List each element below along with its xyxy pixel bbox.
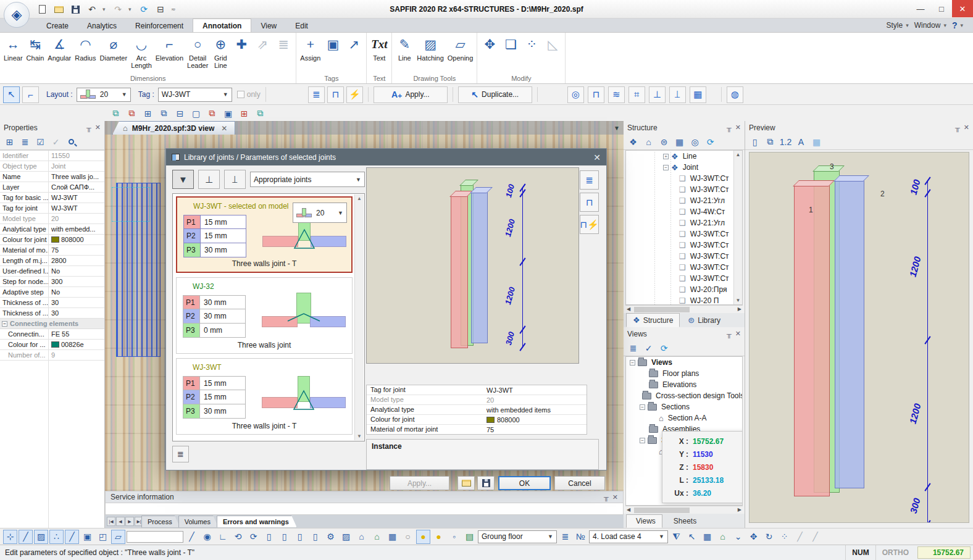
icon-button[interactable]: ▣ [322, 33, 343, 56]
structure-item[interactable]: ❑WJ-3WT:Ст [626, 184, 742, 195]
tab-library[interactable]: ⊜Library [681, 313, 727, 327]
draw-slash-icon[interactable]: ╱ [185, 530, 199, 544]
views-hscrollbar[interactable]: ◀▶ [625, 506, 743, 514]
structure-branch-line[interactable]: +❖Line [626, 151, 742, 162]
apply-button[interactable]: Apply... [390, 476, 449, 490]
apply-check-icon[interactable]: ✓ [49, 135, 63, 149]
move-icon[interactable]: ✥ [746, 530, 761, 544]
tab-errors-and-warnings[interactable]: Errors and warnings [217, 516, 297, 528]
parameter-value[interactable]: 808000 [484, 415, 587, 424]
property-value[interactable]: Joint [49, 161, 104, 171]
views-tree-item-floor-plans[interactable]: Floor plans [626, 368, 742, 379]
icon-button[interactable]: ↗ [343, 33, 364, 56]
solid-view-icon[interactable]: ▯ [748, 135, 762, 149]
highlight-joint-button[interactable]: ◎ [567, 86, 584, 103]
icon-button[interactable]: ⇗ [252, 33, 273, 56]
appropriate-joints-dropdown-icon[interactable]: ▼ [356, 177, 361, 183]
select-annotation-button[interactable]: ↖ [3, 86, 20, 103]
property-value[interactable]: 11550 [49, 151, 104, 161]
refresh-icon[interactable]: ⟳ [657, 341, 671, 355]
ortho-indicator[interactable]: ORTHO [875, 545, 915, 560]
dialog-titlebar[interactable]: Library of joints / Parameters of select… [166, 149, 606, 165]
opening-button[interactable]: ▱Opening [446, 33, 475, 63]
loadcase-select[interactable]: 4. Load case 4 ▼ [589, 530, 668, 543]
more-dd-icon[interactable]: ⌄ [731, 530, 745, 544]
joint-align-button[interactable]: ≣ [580, 170, 599, 190]
box-open-icon[interactable]: ⊞ [237, 106, 251, 120]
parameter-value[interactable]: with embedded items [484, 405, 587, 414]
box-red-icon[interactable]: ⧉ [205, 106, 219, 120]
ruler-icon[interactable]: ⊟ [154, 3, 167, 15]
lamp-small-icon[interactable]: ◦ [447, 530, 461, 544]
dialog-close-icon[interactable]: ✕ [593, 153, 601, 162]
help-icon[interactable]: ? [952, 20, 958, 30]
close-panel-icon[interactable]: ✕ [964, 123, 969, 132]
property-value[interactable]: Three walls jo... [49, 172, 104, 182]
grid-box-icon[interactable]: ⊟ [173, 106, 187, 120]
document-tab-close-icon[interactable]: ✕ [221, 124, 227, 133]
structure-item[interactable]: ❑WJ-3WT:Ст [626, 273, 742, 284]
floor-select[interactable]: Groung floor ▼ [478, 530, 557, 543]
alphabetical-icon[interactable]: ≣ [18, 135, 32, 149]
layout-dropdown-icon[interactable]: ▼ [122, 91, 127, 98]
floor-dropdown-icon[interactable]: ▼ [548, 533, 553, 540]
property-value[interactable]: No [49, 287, 104, 297]
views-tree-item-sections[interactable]: −Sections [626, 401, 742, 412]
joint-card[interactable]: WJ-32P130 mmP230 mmP30 mmThree walls joi… [176, 277, 353, 354]
sync-icon[interactable]: ⟳ [138, 3, 150, 15]
structure-item[interactable]: ❑WJ-20:Пря [626, 284, 742, 295]
text-dims-icon[interactable]: A [794, 135, 808, 149]
tab-sheets[interactable]: Sheets [664, 514, 703, 528]
annotation-options-button[interactable]: ⌐ [22, 86, 39, 103]
snap-line-icon[interactable]: ╱ [19, 530, 33, 544]
floor-lamp-icon[interactable]: ▤ [462, 530, 477, 544]
tab-create[interactable]: Create [37, 19, 78, 32]
expander-icon[interactable]: − [640, 438, 645, 443]
t-joint-button[interactable]: ⊥ [198, 170, 220, 189]
parameter-value[interactable]: WJ-3WT [484, 385, 587, 395]
corner-joint-button[interactable]: ⊓ [588, 86, 604, 103]
mirror1-icon[interactable]: ╱ [793, 530, 807, 544]
style-dropdown-icon[interactable]: ▾ [906, 22, 909, 28]
table-button[interactable]: ▦ [690, 86, 706, 103]
tab-volumes[interactable]: Volumes [178, 516, 219, 528]
views-tree-item-section-a-a[interactable]: ⌂Section A-A [626, 412, 742, 424]
line-button[interactable]: ✎Line [394, 33, 415, 63]
volume3-icon[interactable]: ▯ [293, 530, 307, 544]
add-fragment-icon[interactable]: ▦ [672, 135, 687, 149]
tag-dropdown-icon[interactable]: ▼ [223, 91, 228, 98]
nav-icon-icon[interactable]: |◀ [107, 517, 115, 526]
structure-item[interactable]: ❑WJ-4W:Ст [626, 206, 742, 217]
joint-corner-button[interactable]: ⊓ [327, 86, 344, 103]
filter-funnel-icon[interactable]: ⧨ [669, 530, 683, 544]
property-value[interactable]: 30 [49, 308, 104, 318]
volume2-icon[interactable]: ▯ [277, 530, 291, 544]
only-checkbox[interactable]: only [237, 90, 261, 99]
unlock-box-icon[interactable]: ◰ [96, 530, 110, 544]
xy-plane-icon[interactable]: ⧉ [763, 135, 777, 149]
layout-select[interactable]: 20 ▼ [77, 88, 131, 102]
loadcase-dropdown-icon[interactable]: ▼ [659, 533, 664, 540]
structure-item[interactable]: ❑WJ-21:Угл [626, 217, 742, 228]
structure-branch-joint[interactable]: −❖Joint [626, 162, 742, 173]
move-nodes-icon[interactable]: ⁘ [777, 530, 791, 544]
grid-line-button[interactable]: ⊕Grid Line [210, 33, 231, 70]
apply-tag-button[interactable]: A₊ Apply... [374, 86, 448, 103]
model-type-dropdown-icon[interactable]: ▼ [338, 210, 343, 216]
tab-structure[interactable]: ❖Structure [626, 313, 680, 327]
style-menu[interactable]: Style [886, 21, 903, 30]
volume-gear-icon[interactable]: ⚙ [324, 530, 338, 544]
help-dropdown-icon[interactable]: ▾ [960, 22, 963, 28]
search-icon[interactable] [64, 135, 78, 149]
arc-length-button[interactable]: ◡Arc Length [129, 33, 154, 70]
parameter-value[interactable]: 75 [484, 425, 587, 434]
loadcase-number-icon[interactable]: № [574, 530, 588, 544]
property-value[interactable]: 808000 [49, 235, 104, 244]
redo-dropdown-icon[interactable]: ▾ [128, 6, 133, 12]
close-button[interactable]: ✕ [952, 0, 973, 17]
rotate-ccw-icon[interactable]: ⟲ [231, 530, 245, 544]
property-value[interactable]: WJ-3WT [49, 203, 104, 213]
model-type-select[interactable]: 20▼ [293, 203, 347, 223]
categorized-icon[interactable]: ⊞ [2, 135, 17, 149]
modified-only-icon[interactable]: ☑ [33, 135, 48, 149]
